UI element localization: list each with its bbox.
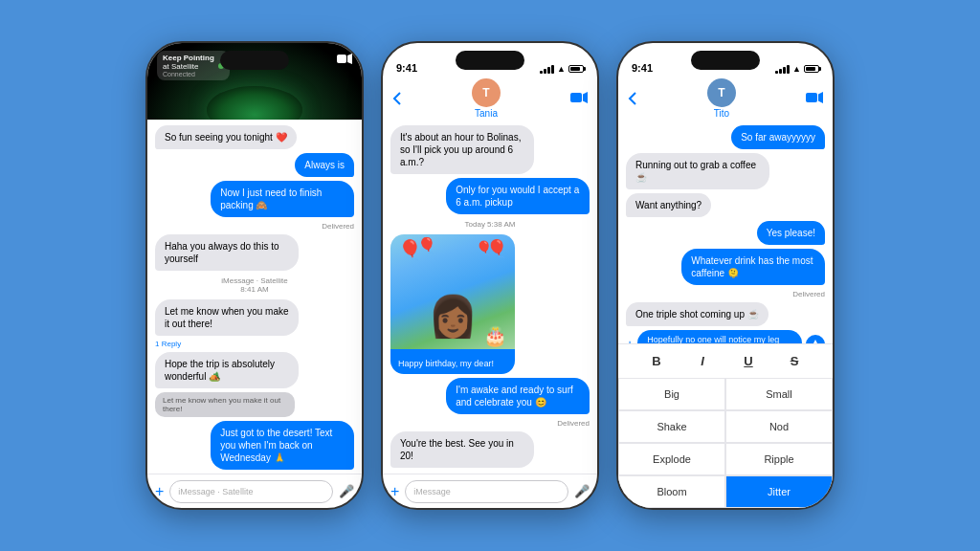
- back-button-3[interactable]: [628, 92, 637, 105]
- wifi-icon-3: ▲: [792, 64, 801, 74]
- effect-nod[interactable]: Nod: [725, 410, 833, 443]
- format-underline[interactable]: U: [735, 348, 762, 375]
- msg-bubble: Always is: [295, 153, 354, 177]
- msg-bubble: I'm awake and ready to surf and celebrat…: [446, 378, 590, 414]
- input-bar-1: + iMessage · Satellite 🎤: [147, 474, 362, 508]
- status-time-2: 9:41: [396, 62, 417, 74]
- msg-bubble: Only for you would I accept a 6 a.m. pic…: [446, 178, 590, 214]
- message-input-2[interactable]: iMessage: [405, 480, 568, 503]
- wifi-icon-2: ▲: [557, 64, 566, 74]
- msg-bubble: One triple shot coming up ☕: [626, 302, 768, 326]
- msg-bubble: Yes please!: [757, 221, 825, 245]
- msg-bubble: Let me know when you make it out there!: [155, 299, 299, 336]
- satellite-title: Keep Pointing: [163, 54, 214, 62]
- msg-bubble: You're the best. See you in 20!: [390, 431, 534, 468]
- msg-bubble: So fun seeing you tonight ❤️: [155, 125, 297, 149]
- effect-ripple[interactable]: Ripple: [725, 443, 833, 475]
- contact-name-2: Tania: [475, 108, 498, 119]
- msg-bubble: Want anything?: [626, 193, 711, 217]
- format-bar: B I U S: [618, 343, 833, 378]
- nav-header-3: T Tito: [618, 77, 833, 120]
- composing-row: + Hopefully no one will notice my leg bo…: [626, 330, 825, 343]
- contact-avatar-2: T: [472, 78, 501, 107]
- phone-2: 9:41 ▲ T Tania It's about an hour to: [381, 41, 599, 510]
- messages-list-2: It's about an hour to Bolinas, so I'll p…: [383, 120, 597, 474]
- send-button[interactable]: [806, 335, 825, 343]
- msg-delivered: Delivered: [322, 222, 354, 231]
- svg-rect-4: [806, 93, 817, 102]
- format-italic[interactable]: I: [689, 348, 716, 375]
- compose-add[interactable]: +: [626, 337, 634, 343]
- image-caption: Happy birthday, my dear! 💝: [390, 349, 515, 374]
- msg-bubble: Running out to grab a coffee ☕: [626, 153, 769, 189]
- phone-3: 9:41 ▲ T Tito So far awayyyyyy Ru: [616, 41, 835, 510]
- back-button-2[interactable]: [392, 92, 402, 105]
- input-placeholder-2: iMessage: [413, 487, 451, 496]
- contact-info-2[interactable]: T Tania: [472, 78, 501, 119]
- contact-avatar-3: T: [707, 78, 736, 107]
- earth-visual: [207, 86, 302, 120]
- birthday-person: 👩🏾: [428, 293, 478, 340]
- msg-delivered-2: Delivered: [557, 419, 590, 428]
- svg-marker-1: [347, 54, 352, 64]
- quoted-msg: Let me know when you make it out there!: [155, 392, 295, 417]
- dynamic-island-1: [220, 51, 289, 70]
- messages-list-1: So fun seeing you tonight ❤️ Always is N…: [147, 120, 362, 474]
- effect-jitter[interactable]: Jitter: [725, 475, 833, 508]
- effects-grid: Big Small Shake Nod Explode Ripple Bloom…: [618, 378, 833, 508]
- format-strikethrough[interactable]: S: [781, 348, 808, 375]
- msg-bubble: Whatever drink has the most caffeine 🫠: [681, 249, 825, 285]
- msg-bubble: It's about an hour to Bolinas, so I'll p…: [390, 125, 534, 174]
- nav-header-2: T Tania: [383, 77, 597, 120]
- effect-shake[interactable]: Shake: [618, 410, 725, 443]
- phone-1: Keep Pointing at Satellite Connected So …: [145, 41, 364, 510]
- add-button-1[interactable]: +: [155, 483, 164, 500]
- compose-bubble[interactable]: Hopefully no one will notice my leg boun…: [637, 330, 802, 343]
- video-icon: [337, 51, 352, 68]
- svg-marker-3: [583, 92, 588, 103]
- satellite-subtitle: at Satellite: [163, 62, 214, 71]
- mic-button-1[interactable]: 🎤: [339, 484, 354, 498]
- messages-list-3: So far awayyyyyy Running out to grab a c…: [618, 120, 833, 343]
- dynamic-island-3: [691, 51, 760, 70]
- signal-bars-3: [775, 65, 790, 74]
- add-button-2[interactable]: +: [390, 483, 399, 500]
- svg-rect-0: [337, 55, 346, 63]
- msg-delivered-3: Delivered: [792, 290, 825, 298]
- satellite-status: Connected: [163, 71, 214, 77]
- battery-icon-2: [568, 65, 584, 73]
- birthday-cake: 🎂: [483, 324, 507, 347]
- svg-rect-2: [570, 93, 582, 102]
- message-input-1[interactable]: iMessage · Satellite: [169, 480, 333, 503]
- msg-bubble: So far awayyyyyy: [731, 125, 825, 149]
- dynamic-island-2: [456, 51, 524, 70]
- mic-button-2[interactable]: 🎤: [574, 484, 590, 498]
- image-bubble: 🎈 🎈 🎈 🎈 👩🏾 🎂 Happy birthday, my dear! 💝: [390, 234, 515, 374]
- video-call-button-2[interactable]: [570, 91, 588, 106]
- effect-bloom[interactable]: Bloom: [618, 475, 725, 508]
- video-call-button-3[interactable]: [806, 91, 823, 106]
- reply-label: 1 Reply: [155, 340, 181, 348]
- status-icons-2: ▲: [540, 64, 584, 74]
- msg-bubble: Haha you always do this to yourself: [155, 234, 299, 271]
- input-placeholder-1: iMessage · Satellite: [178, 487, 253, 496]
- status-icons-3: ▲: [775, 64, 819, 74]
- msg-bubble: Now I just need to finish packing 🙈: [211, 181, 354, 217]
- satellite-notification: Keep Pointing at Satellite Connected: [157, 51, 230, 80]
- msg-bubble: Just got to the desert! Text you when I'…: [211, 421, 354, 470]
- battery-icon-3: [804, 65, 819, 73]
- msg-satellite-label: iMessage · Satellite8:41 AM: [221, 276, 287, 294]
- effect-big[interactable]: Big: [618, 378, 725, 410]
- contact-info-3[interactable]: T Tito: [707, 78, 736, 119]
- effect-explode[interactable]: Explode: [618, 443, 725, 475]
- status-time-3: 9:41: [632, 62, 653, 74]
- effect-small[interactable]: Small: [725, 378, 833, 410]
- signal-bars-2: [540, 65, 554, 74]
- svg-marker-5: [818, 92, 823, 103]
- format-bold[interactable]: B: [643, 348, 670, 375]
- input-bar-2: + iMessage 🎤: [383, 474, 597, 508]
- msg-date: Today 5:38 AM: [465, 220, 516, 229]
- msg-bubble: Hope the trip is absolutely wonderful 🏕️: [155, 352, 299, 388]
- contact-name-3: Tito: [714, 108, 729, 119]
